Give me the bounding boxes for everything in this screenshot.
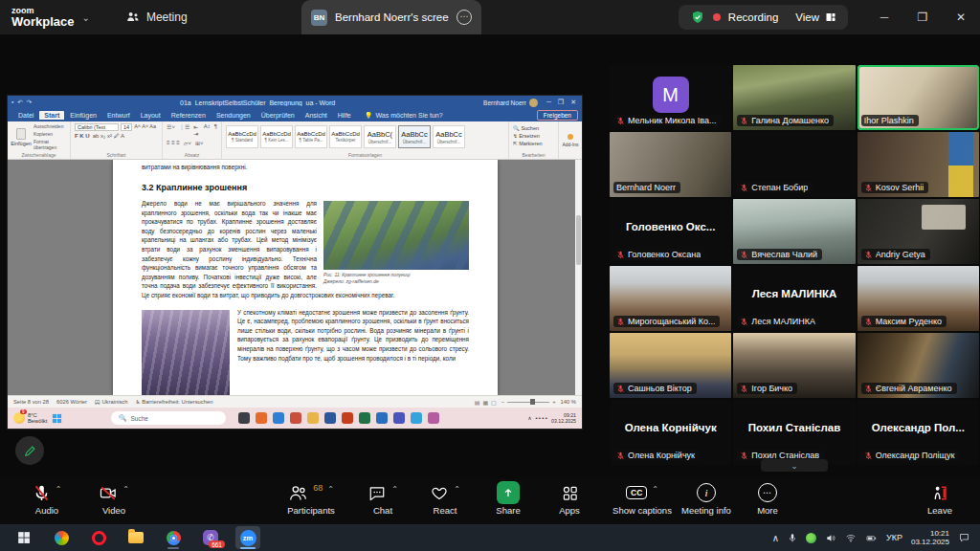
tray-battery-icon[interactable] xyxy=(865,533,878,543)
replace-command[interactable]: ↯ Ersetzen xyxy=(513,133,543,139)
presenter-system-tray[interactable]: ∧▪ ▪ ▪ ▪ 09:21 03.12.2025 xyxy=(528,412,576,424)
video-options-chevron[interactable]: ⌃ xyxy=(122,485,129,494)
participant-tile[interactable]: Олена КорнійчукОлена Корнійчук xyxy=(610,400,731,465)
format-painter-command[interactable]: Format übertragen xyxy=(33,139,66,150)
word-menu-tab-start[interactable]: Start xyxy=(39,111,64,120)
word-count[interactable]: 6026 Wörter xyxy=(56,399,87,405)
participants-button[interactable]: 68 ⌃ Participants xyxy=(270,482,352,516)
tray-antivirus-icon[interactable] xyxy=(806,533,816,543)
font-size-box[interactable]: 14 xyxy=(121,123,132,131)
annotate-button[interactable] xyxy=(15,436,44,465)
participant-tile[interactable]: Степан Бобир xyxy=(733,132,855,197)
opera-app-icon[interactable] xyxy=(86,526,111,549)
audio-button[interactable]: ⌃ Audio xyxy=(17,482,77,516)
participant-tile[interactable]: Bernhard Noerr xyxy=(610,132,731,197)
find-command[interactable]: 🔍 Suchen xyxy=(513,125,543,131)
word-menu-tab-layout[interactable]: Layout xyxy=(136,111,166,120)
participant-tile[interactable]: MМельник Микола Іва... xyxy=(610,65,731,130)
react-options-chevron[interactable]: ⌃ xyxy=(454,485,460,494)
presenter-app-people-icon[interactable] xyxy=(428,412,439,424)
chat-options-chevron[interactable]: ⌃ xyxy=(391,485,398,494)
participant-tile[interactable]: Похил СтаніславПохил Станіслав xyxy=(733,400,855,465)
apps-button[interactable]: Apps xyxy=(544,482,595,516)
hidden-icons-chevron[interactable]: ∧ xyxy=(772,533,779,543)
workspace-chevron-icon[interactable]: ⌄ xyxy=(82,12,90,23)
word-menu-tab-überprüfen[interactable]: Überprüfen xyxy=(256,111,300,120)
word-menu-tab-referenzen[interactable]: Referenzen xyxy=(167,111,211,120)
taskbar-clock[interactable]: 10:21 03.12.2025 xyxy=(911,529,949,547)
tray-mic-icon[interactable] xyxy=(788,533,797,543)
close-button[interactable]: ✕ xyxy=(942,0,980,34)
participants-options-chevron[interactable]: ⌃ xyxy=(327,485,334,494)
view-mode-icons[interactable]: ▤▦▢ xyxy=(475,399,497,406)
tray-speaker-icon[interactable] xyxy=(825,533,836,543)
word-menu-tab-entwurf[interactable]: Entwurf xyxy=(102,111,135,120)
copilot-app-icon[interactable] xyxy=(49,526,74,549)
style-card[interactable]: AaBbCcDd¶ Standard xyxy=(226,125,258,148)
presenter-start-button[interactable] xyxy=(52,413,62,424)
accessibility-indicator[interactable]: ♿ Barrierefreiheit: Untersuchen xyxy=(135,399,212,405)
participant-tile[interactable]: Andriy Getya xyxy=(858,199,979,264)
quick-access-toolbar[interactable]: ▪↶↷ xyxy=(11,99,32,106)
presenter-app-skype-icon[interactable] xyxy=(411,412,422,424)
font-style-buttons[interactable]: F K Uab x₂ x² 🖉 A xyxy=(75,133,156,139)
participant-tile[interactable]: Ihor Plashkin xyxy=(858,65,979,130)
security-shield-icon[interactable] xyxy=(690,10,705,25)
participant-tile[interactable]: Олександр Пол...Олександр Поліщук xyxy=(858,400,979,465)
tab-options-icon[interactable]: ⋯ xyxy=(457,10,472,25)
chrome-app-icon[interactable] xyxy=(161,526,186,549)
style-card[interactable]: AaBbCcDd¶ Kein Les... xyxy=(260,125,293,148)
word-menu-tab-einfügen[interactable]: Einfügen xyxy=(65,111,101,120)
style-card[interactable]: AaBbCcÜberschrif... xyxy=(398,125,431,148)
participant-tile[interactable]: Галина Домашенко xyxy=(733,65,855,130)
tab-shared-screen[interactable]: BN Bernhard Noerr's screen ⋯ xyxy=(301,0,481,34)
start-button[interactable] xyxy=(11,526,36,549)
tab-meeting[interactable]: Meeting xyxy=(126,11,188,24)
meeting-info-button[interactable]: i Meeting info xyxy=(668,482,745,516)
tray-wifi-icon[interactable] xyxy=(845,533,857,543)
word-window-controls[interactable]: ─❐✕ xyxy=(546,99,576,106)
paste-button[interactable]: Einfügen xyxy=(11,123,31,150)
presenter-app-word-icon[interactable] xyxy=(324,412,336,424)
style-card[interactable]: AaBbCcDdTextkörper xyxy=(329,125,362,148)
zoom-percentage[interactable]: 140 % xyxy=(561,399,576,405)
participant-tile[interactable]: Леся МАЛИНКАЛеся МАЛИНКА xyxy=(733,266,855,331)
participant-tile[interactable]: Євгеній Авраменко xyxy=(858,333,979,398)
presenter-app-explorer-icon[interactable] xyxy=(307,412,319,424)
select-command[interactable]: ⇱ Markieren xyxy=(513,141,543,146)
audio-options-chevron[interactable]: ⌃ xyxy=(56,485,62,494)
zoom-slider[interactable]: −+ xyxy=(501,399,556,405)
leave-button[interactable]: Leave xyxy=(913,482,967,516)
style-card[interactable]: AaBbC(Überschrif... xyxy=(364,125,396,148)
presenter-app-powerpoint-icon[interactable] xyxy=(342,412,353,424)
presenter-app-browser-red-icon[interactable] xyxy=(290,412,301,424)
presenter-app-teams-icon[interactable] xyxy=(393,412,405,424)
word-menu-tab-ansicht[interactable]: Ansicht xyxy=(301,111,332,120)
page-indicator[interactable]: Seite 8 von 28 xyxy=(13,399,49,405)
document-scrollbar[interactable] xyxy=(575,160,582,395)
language-switcher[interactable]: УКР xyxy=(886,533,902,542)
file-explorer-app-icon[interactable] xyxy=(123,526,148,549)
participant-tile[interactable]: Головенко Окс...Головенко Оксана xyxy=(610,199,731,264)
presenter-app-edge-icon[interactable] xyxy=(273,412,284,424)
chat-button[interactable]: ⌃ Chat xyxy=(356,482,410,516)
clipboard-commands[interactable]: Ausschneiden Kopieren Format übertragen xyxy=(33,123,66,150)
participant-tile[interactable]: Мирогощанський Ко... xyxy=(610,266,731,331)
font-name-box[interactable]: Calibri (Text xyxy=(75,123,119,131)
language-indicator[interactable]: 🕮 Ukrainisch xyxy=(95,399,127,405)
captions-options-chevron[interactable]: ⌃ xyxy=(652,485,658,494)
weather-widget[interactable]: 9 8°CBewölkt xyxy=(13,412,47,424)
presenter-app-outlook-icon[interactable] xyxy=(376,412,388,424)
more-button[interactable]: ⋯ More xyxy=(742,482,793,516)
document-page[interactable]: витратами на вирівнювання поверхні. 3.2 … xyxy=(113,160,498,395)
presenter-app-firefox-icon[interactable] xyxy=(256,412,267,424)
copy-command[interactable]: Kopieren xyxy=(33,131,66,137)
tell-me-box[interactable]: 💡 Was möchten Sie tun? xyxy=(365,112,443,120)
presenter-app-excel-icon[interactable] xyxy=(359,412,370,424)
paragraph-buttons[interactable]: ☰˅⋮☰⇤ ⇥A↕¶ ≡ ≡ ≡▱˅⊞˅ xyxy=(167,123,217,150)
view-button[interactable]: View xyxy=(795,11,836,23)
word-menu-tab-datei[interactable]: Datei xyxy=(13,111,38,120)
notification-center-icon[interactable] xyxy=(958,532,970,543)
style-card[interactable]: AaBbCcÜberschrif... xyxy=(433,125,465,148)
participant-tile[interactable]: Ігор Бичко xyxy=(733,333,855,398)
